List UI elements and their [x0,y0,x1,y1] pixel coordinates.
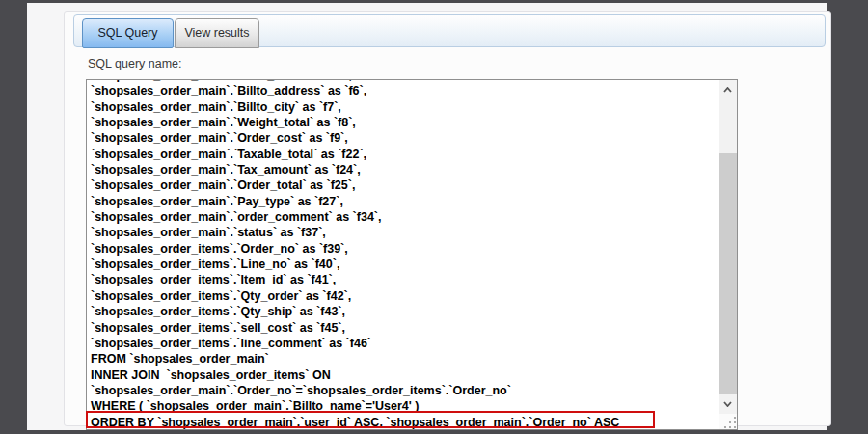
vertical-scrollbar[interactable] [719,80,737,429]
tab-bar: SQL Query View results [73,14,826,47]
sql-line: `shopsales_order_items`.`Line_no` as `f4… [91,257,719,272]
chevron-up-icon [723,87,732,93]
sql-line: `shopsales_order_main`.`Tax_amount` as `… [91,162,719,177]
sql-line: `shopsales_order_items`.`line_comment` a… [91,336,719,351]
sql-line: WHERE ( `shopsales_order_main`.`Billto_n… [91,398,719,414]
sql-line: `shopsales_order_main`.`Order_cost` as `… [91,130,719,146]
sql-line: `shopsales_order_main`.`Billto_address` … [91,83,719,98]
sql-line: INNER JOIN `shopsales_order_items` ON [91,367,719,383]
sql-text: `shopsales_order_main`.`Billto_name` as … [87,80,719,429]
sql-line: `shopsales_order_main`.`Weight_total` as… [91,115,719,130]
sql-line: `shopsales_order_main`.`Billto_city` as … [91,99,719,115]
dialog-panel: SQL Query View results SQL query name: `… [27,3,827,430]
tab-view-results-label: View results [184,26,249,40]
sql-line: `shopsales_order_items`.`sell_cost` as `… [91,320,719,336]
sql-query-name-label: SQL query name: [88,57,182,70]
sql-line: FROM `shopsales_order_main` [91,351,719,366]
sql-line: `shopsales_order_main`.`Taxable_total` a… [91,147,719,162]
sql-line: `shopsales_order_main`.`Order_total` as … [91,177,719,193]
chevron-down-icon [723,401,732,407]
window: SQL Query View results SQL query name: `… [0,0,868,434]
sql-line: `shopsales_order_items`.`Order_no` as `f… [91,241,719,257]
sql-line: `shopsales_order_items`.`Qty_ship` as `f… [91,304,719,319]
tab-sql-query[interactable]: SQL Query [82,18,174,48]
tab-view-results[interactable]: View results [175,18,259,48]
sql-line: `shopsales_order_main`.`order_comment` a… [91,209,719,225]
sql-line: `shopsales_order_items`.`Item_id` as `f4… [91,272,719,287]
resize-grip-icon[interactable] [723,417,736,428]
sql-line: `shopsales_order_main`.`status` as `f37`… [91,225,719,240]
scrollbar-thumb[interactable] [719,153,737,394]
scroll-down-button[interactable] [719,394,737,414]
sql-line: `shopsales_order_main`.`Order_no`=`shops… [91,383,719,398]
sql-line: `shopsales_order_main`.`Pay_type` as `f2… [91,194,719,209]
sql-line: ORDER BY `shopsales_order_main`.`user_id… [91,415,719,429]
sql-text-viewport: `shopsales_order_main`.`Billto_name` as … [87,80,719,429]
tab-sql-query-label: SQL Query [97,26,157,40]
sql-line: `shopsales_order_items`.`Qty_order` as `… [91,288,719,304]
scroll-up-button[interactable] [719,80,737,99]
